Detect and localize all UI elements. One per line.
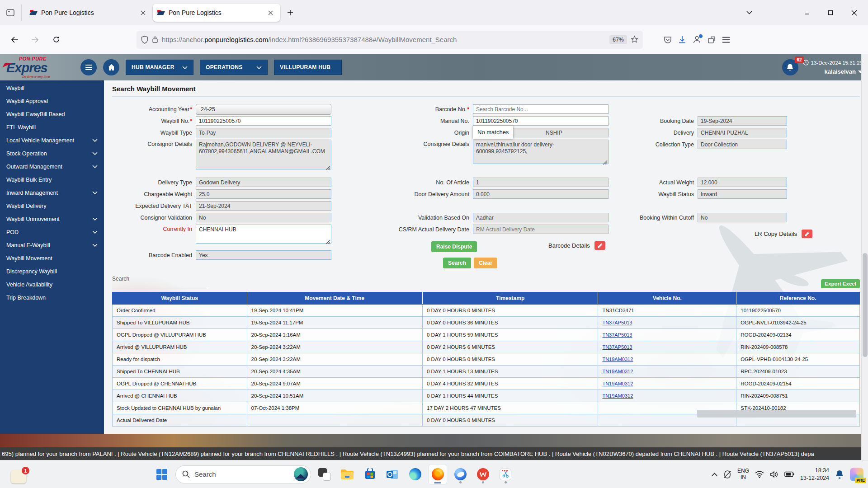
lr-copy-details-edit-button[interactable] xyxy=(802,230,812,238)
sidebar-item-discrepancy-waybill[interactable]: Discrepancy Waybill xyxy=(0,265,104,278)
search-highlight-image[interactable] xyxy=(294,467,308,481)
sidebar-item-waybill-bulk-entry[interactable]: Waybill Bulk Entry xyxy=(0,173,104,186)
store-icon[interactable] xyxy=(361,465,379,484)
star-icon[interactable] xyxy=(631,36,638,43)
waybill-type-input[interactable] xyxy=(196,128,331,137)
consignee-details-textarea[interactable]: manivel,thiruvallur door delivery-600099… xyxy=(473,140,609,164)
hamburger-icon[interactable] xyxy=(80,59,97,75)
sidebar-item-waybill-delivery[interactable]: Waybill Delivery xyxy=(0,199,104,212)
zoom-badge[interactable]: 67% xyxy=(609,35,627,44)
vehicle-link[interactable]: TN19AM0312 xyxy=(602,369,633,374)
header-menu-hub-manager[interactable]: HUB MANAGER xyxy=(126,60,193,75)
menu-icon[interactable] xyxy=(722,37,730,43)
consignor-validation-input[interactable] xyxy=(196,213,331,222)
language-indicator[interactable]: ENGIN xyxy=(737,468,749,481)
barcode-no-input[interactable] xyxy=(473,104,609,114)
actual-weight-input[interactable] xyxy=(698,178,787,187)
page-vertical-scrollbar[interactable] xyxy=(861,54,868,460)
corner-notification-icon[interactable]: 1 xyxy=(11,470,26,483)
close-icon[interactable] xyxy=(137,7,148,18)
header-menu-villupuram-hub[interactable]: VILLUPURAM HUB xyxy=(274,60,342,75)
sidebar-item-waybill-unmovement[interactable]: Waybill Unmovement xyxy=(0,212,104,225)
sidebar-item-trip-breakdown[interactable]: Trip Breakdown xyxy=(0,291,104,304)
tab-pon-pure-1[interactable]: Pon Pure Logistics xyxy=(25,4,153,22)
waybill-status-input[interactable] xyxy=(698,189,787,199)
account-icon[interactable] xyxy=(693,35,701,44)
download-icon[interactable] xyxy=(678,36,686,44)
tabs-list-chevron-icon[interactable] xyxy=(739,4,760,21)
sidebar-item-waybill-approval[interactable]: Waybill Approval xyxy=(0,94,104,108)
sidebar-item-stock-operation[interactable]: Stock Operation xyxy=(0,147,104,160)
snip-icon[interactable] xyxy=(496,465,514,484)
table-search-input[interactable]: Search xyxy=(112,276,207,288)
chargeable-weight-input[interactable] xyxy=(196,189,331,199)
barcode-enabled-input[interactable] xyxy=(196,250,331,260)
delivery-type-input[interactable] xyxy=(196,178,331,187)
sidebar-item-pod[interactable]: POD xyxy=(0,225,104,239)
vehicle-link[interactable]: TN19AM0312 xyxy=(602,381,633,386)
sidebar-item-waybill-ewaybill-based[interactable]: Waybill EwayBill Based xyxy=(0,108,104,121)
edge-icon[interactable] xyxy=(406,465,424,484)
collection-type-input[interactable] xyxy=(698,140,787,149)
sidebar-item-inward-management[interactable]: Inward Management xyxy=(0,186,104,199)
taskbar-bell-icon[interactable] xyxy=(835,469,844,479)
wifi-icon[interactable] xyxy=(755,471,764,478)
no-of-article-input[interactable] xyxy=(473,178,609,187)
currently-in-textarea[interactable]: CHENNAI HUB xyxy=(196,225,331,244)
close-icon[interactable] xyxy=(265,7,276,18)
clear-button[interactable]: Clear xyxy=(474,258,497,268)
vehicle-link[interactable]: TN19AM0312 xyxy=(602,357,633,362)
taskbar-search-input[interactable]: Search xyxy=(175,465,311,483)
vehicle-link[interactable]: TN19AM0312 xyxy=(602,393,633,399)
firefox-view-icon[interactable] xyxy=(4,5,22,21)
barcode-details-edit-button[interactable] xyxy=(594,241,605,250)
minimize-icon[interactable] xyxy=(797,4,817,21)
sidebar-item-waybill-movement[interactable]: Waybill Movement xyxy=(0,252,104,265)
search-button[interactable]: Search xyxy=(443,258,471,268)
door-delivery-amount-input[interactable] xyxy=(473,189,609,199)
vehicle-link[interactable]: TN37AP5013 xyxy=(602,320,632,325)
speaker-icon[interactable] xyxy=(770,471,778,478)
url-bar[interactable]: https://anchor.ponpurelogistics.com/inde… xyxy=(137,31,643,49)
thunderbird-icon[interactable] xyxy=(451,465,469,484)
booking-within-cutoff-input[interactable] xyxy=(698,213,787,222)
vehicle-link[interactable]: TN37AP5013 xyxy=(602,344,632,350)
start-icon[interactable] xyxy=(153,465,171,484)
firefox-icon[interactable] xyxy=(429,465,447,484)
bell-icon[interactable]: 62 xyxy=(782,59,798,75)
copilot-icon[interactable]: PRE xyxy=(850,468,863,481)
extensions-icon[interactable] xyxy=(708,36,716,44)
shield-icon[interactable] xyxy=(141,36,148,44)
sidebar-item-outward-management[interactable]: Outward Management xyxy=(0,160,104,173)
user-menu[interactable]: kalaiselvan xyxy=(825,68,863,75)
cs-rm-actual-delivery-date-input[interactable] xyxy=(473,225,609,234)
header-menu-operations[interactable]: OPERATIONS xyxy=(200,60,268,75)
mouse-icon[interactable] xyxy=(723,470,731,479)
reload-icon[interactable] xyxy=(48,32,64,48)
waybill-no-input[interactable] xyxy=(196,116,331,126)
battery-icon[interactable] xyxy=(784,471,794,477)
sidebar-item-ftl-waybill[interactable]: FTL Waybill xyxy=(0,121,104,134)
booking-date-input[interactable] xyxy=(698,116,787,126)
new-tab-icon[interactable] xyxy=(283,5,297,20)
pocket-icon[interactable] xyxy=(664,36,672,44)
expected-delivery-tat-input[interactable] xyxy=(196,201,331,211)
horizontal-scrollbar-thumb[interactable] xyxy=(697,410,856,418)
forward-icon[interactable] xyxy=(27,32,43,48)
delivery-input[interactable] xyxy=(698,128,787,137)
validation-based-on-input[interactable] xyxy=(473,213,609,222)
tab-pon-pure-2[interactable]: Pon Pure Logistics xyxy=(153,4,280,22)
manual-no-input[interactable] xyxy=(473,116,609,126)
consignor-details-textarea[interactable]: Rajmohan,GODOWN DELIVERY @ NEYVELI-60780… xyxy=(196,140,331,169)
home-icon[interactable] xyxy=(103,59,119,75)
file-explorer-icon[interactable] xyxy=(338,465,356,484)
taskbar-clock[interactable]: 18:3413-12-2024 xyxy=(800,467,829,482)
back-icon[interactable] xyxy=(6,32,23,48)
sidebar-item-waybill[interactable]: Waybill xyxy=(0,81,104,94)
task-view-icon[interactable] xyxy=(316,465,334,484)
sidebar-item-vehicle-availability[interactable]: Vehicle Availability xyxy=(0,278,104,291)
outlook-icon[interactable] xyxy=(383,465,401,484)
tray-chevron-icon[interactable] xyxy=(712,473,717,476)
export-excel-button[interactable]: Export Excel xyxy=(821,279,860,288)
vehicle-link[interactable]: TN37AP5013 xyxy=(602,332,632,338)
